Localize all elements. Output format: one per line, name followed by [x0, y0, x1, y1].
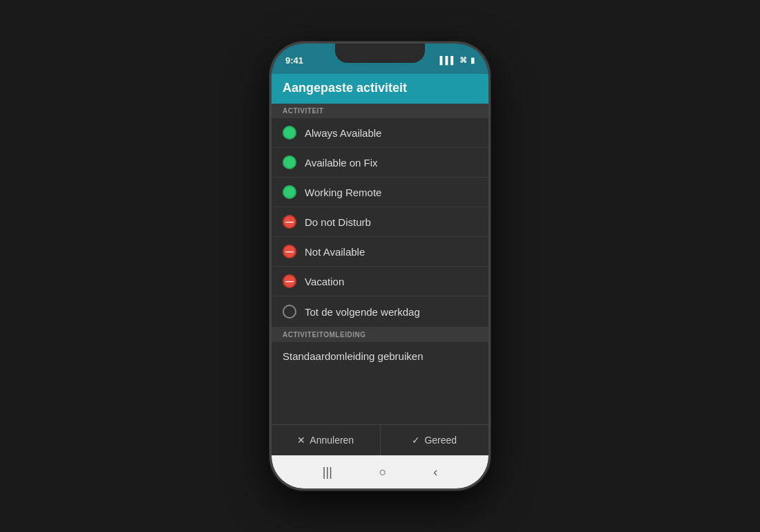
status-icons: ▌▌▌ ⌘ ▮ [440, 56, 475, 65]
item-label-do-not-disturb: Do not Disturb [305, 216, 371, 228]
screen-content: 9:41 ▌▌▌ ⌘ ▮ Aangepaste activiteit ACTIV… [272, 44, 488, 488]
redirect-section-header: ACTIVITEITOMLEIDING [272, 327, 488, 342]
activity-item-vacation[interactable]: Vacation [272, 267, 488, 296]
action-bar: ✕ Annuleren ✓ Gereed [272, 424, 488, 455]
phone-notch [335, 44, 425, 63]
activity-item-not-available[interactable]: Not Available [272, 237, 488, 267]
cancel-button[interactable]: ✕ Annuleren [272, 425, 381, 455]
nav-menu-icon[interactable]: ||| [323, 465, 332, 479]
phone-device: 9:41 ▌▌▌ ⌘ ▮ Aangepaste activiteit ACTIV… [269, 41, 491, 491]
item-label-always-available: Always Available [305, 127, 381, 139]
status-dot-red-2 [283, 245, 296, 258]
activity-item-always-available[interactable]: Always Available [272, 118, 488, 148]
activity-item-available-on-fix[interactable]: Available on Fix [272, 148, 488, 178]
item-label-vacation: Vacation [305, 276, 344, 287]
phone-body: 9:41 ▌▌▌ ⌘ ▮ Aangepaste activiteit ACTIV… [269, 41, 491, 491]
status-dot-red-1 [283, 215, 296, 229]
done-icon: ✓ [412, 435, 420, 446]
page-title: Aangepaste activiteit [283, 81, 477, 95]
item-label-available-on-fix: Available on Fix [305, 157, 378, 169]
redirect-value[interactable]: Standaardomleiding gebruiken [272, 342, 488, 370]
nav-bar: ||| ○ ‹ [272, 455, 488, 488]
wifi-icon: ⌘ [459, 56, 467, 65]
signal-icon: ▌▌▌ [440, 56, 456, 64]
app-header: Aangepaste activiteit [272, 74, 488, 104]
item-label-working-remote: Working Remote [305, 187, 381, 198]
status-dot-green-2 [283, 155, 296, 169]
status-dot-red-3 [283, 274, 296, 288]
item-label-not-available: Not Available [305, 246, 365, 258]
phone-screen: 9:41 ▌▌▌ ⌘ ▮ Aangepaste activiteit ACTIV… [272, 44, 488, 488]
battery-icon: ▮ [471, 56, 475, 65]
activity-section-header: ACTIVITEIT [272, 104, 488, 118]
cancel-icon: ✕ [297, 435, 305, 446]
nav-home-icon[interactable]: ○ [379, 465, 387, 479]
activity-item-do-not-disturb[interactable]: Do not Disturb [272, 207, 488, 237]
activity-item-working-remote[interactable]: Working Remote [272, 178, 488, 207]
duration-label: Tot de volgende werkdag [305, 306, 420, 318]
done-label: Gereed [424, 435, 457, 446]
nav-back-icon[interactable]: ‹ [433, 465, 437, 479]
status-time: 9:41 [285, 55, 303, 66]
radio-circle-duration [283, 305, 296, 319]
done-button[interactable]: ✓ Gereed [381, 425, 489, 455]
status-dot-green-1 [283, 126, 296, 140]
status-dot-green-3 [283, 185, 296, 199]
cancel-label: Annuleren [310, 435, 354, 446]
duration-item[interactable]: Tot de volgende werkdag [272, 296, 488, 327]
